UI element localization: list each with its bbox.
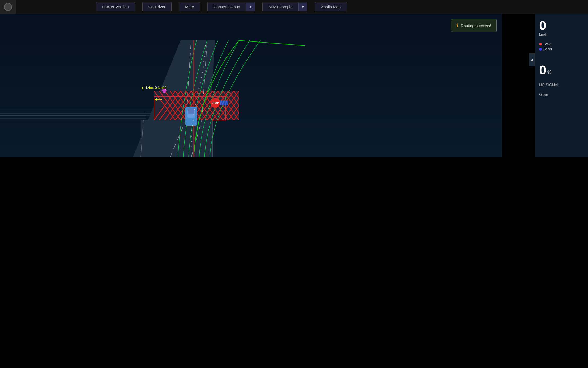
braking-legend: Braki: [539, 42, 551, 46]
map-area[interactable]: ℹ Routing success! (14.4m,-0.3m/s): [0, 14, 502, 157]
gear-status: Gear: [539, 92, 549, 97]
nav-buttons: Docker Version Co-Driver Mute Contest De…: [96, 2, 347, 11]
routing-success-text: Routing success!: [461, 23, 491, 28]
mkz-example-arrow[interactable]: ▼: [298, 3, 307, 11]
percent-symbol: %: [547, 70, 552, 77]
speed-display: 0 km/h: [539, 19, 547, 37]
right-panel: 0 km/h Braki Accel 0 % NO SIGNAL Gear: [535, 14, 588, 157]
accel-legend: Accel: [539, 47, 552, 51]
signal-status: NO SIGNAL: [539, 83, 559, 87]
lower-area: [0, 157, 588, 368]
top-navigation-bar: Docker Version Co-Driver Mute Contest De…: [0, 0, 588, 14]
percent-value: 0: [539, 63, 546, 77]
speed-unit: km/h: [539, 32, 547, 37]
logo-icon: [4, 3, 12, 11]
co-driver-button[interactable]: Co-Driver: [142, 2, 172, 11]
info-icon: ℹ: [456, 23, 458, 28]
braking-label: Braki: [543, 42, 551, 46]
contest-debug-button[interactable]: Contest Debug: [208, 2, 246, 11]
contest-debug-dropdown: Contest Debug ▼: [207, 2, 255, 11]
mute-button[interactable]: Mute: [179, 2, 200, 11]
speed-value: 0: [539, 19, 547, 32]
percent-display: 0 %: [539, 63, 552, 77]
logo-area: [0, 0, 16, 14]
docker-version-button[interactable]: Docker Version: [96, 2, 135, 11]
scene-canvas: [0, 14, 502, 157]
accel-dot: [539, 48, 542, 51]
mkz-example-button[interactable]: Mkz Example: [263, 2, 298, 11]
panel-collapse-button[interactable]: ◀: [529, 53, 535, 66]
accel-label: Accel: [543, 47, 552, 51]
contest-debug-arrow[interactable]: ▼: [246, 3, 255, 11]
routing-notification: ℹ Routing success!: [451, 19, 497, 32]
apollo-map-button[interactable]: Apollo Map: [315, 2, 347, 11]
braking-dot: [539, 43, 542, 45]
mkz-example-dropdown: Mkz Example ▼: [262, 2, 307, 11]
